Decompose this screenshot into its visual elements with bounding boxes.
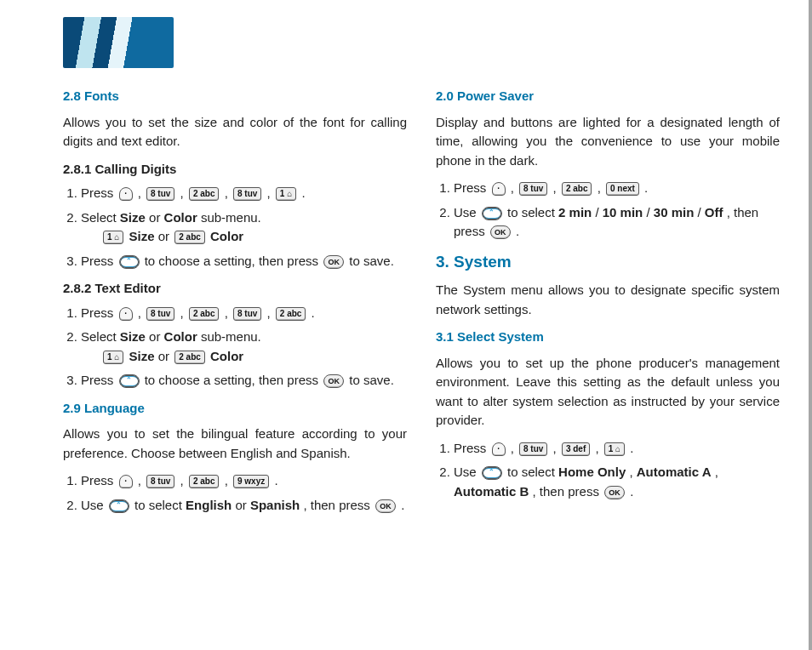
text: to select: [134, 498, 186, 512]
key-2: 2 abc: [174, 351, 205, 364]
key-8: 8 tuv: [146, 307, 174, 321]
menu-key-icon: [119, 307, 133, 321]
text: or: [149, 329, 164, 344]
text: .: [630, 441, 633, 455]
text-bold: English: [186, 498, 232, 512]
step: Press to choose a setting, then press OK…: [81, 371, 407, 391]
text-bold: Automatic B: [454, 484, 529, 499]
menu-key-icon: [492, 182, 506, 196]
text: ,: [180, 305, 187, 320]
key-9: 9 wxyz: [233, 475, 269, 488]
step: Press , 8 tuv , 2 abc , 9 wxyz .: [81, 471, 407, 491]
text: to select: [507, 205, 558, 220]
text: ,: [225, 185, 232, 200]
step: Select Size or Color sub-menu. 1 ⌂ Size …: [81, 328, 407, 366]
hero-image: [63, 17, 174, 68]
desc-2-8: Allows you to set the size and color of …: [63, 113, 407, 151]
text: , then press: [533, 484, 603, 499]
text: Use: [81, 498, 107, 512]
text-bold: Color: [164, 329, 197, 344]
key-1: 1 ⌂: [276, 187, 296, 201]
menu-key-icon: [119, 475, 133, 488]
nav-key-icon: [119, 255, 140, 269]
desc-3-1: Allows you to set up the phone producer'…: [436, 354, 780, 430]
text: ,: [511, 441, 518, 455]
text: ,: [225, 473, 232, 488]
right-column: 2.0 Power Saver Display and buttons are …: [436, 87, 780, 523]
text: /: [646, 205, 653, 220]
key-1: 1 ⌂: [103, 231, 123, 244]
text: ,: [180, 473, 187, 488]
text: Press: [81, 473, 117, 488]
text-bold: Size: [129, 349, 155, 363]
text: , then press: [303, 498, 374, 512]
list-2-8-2: Press , 8 tuv , 2 abc , 8 tuv , 2 abc . …: [63, 304, 407, 391]
text: .: [630, 484, 633, 499]
text: Use: [454, 465, 480, 479]
text-bold: Home Only: [558, 465, 626, 479]
text-bold: Spanish: [250, 498, 300, 512]
key-2: 2 abc: [189, 187, 220, 201]
heading-3: 3. System: [436, 250, 780, 275]
text: .: [301, 185, 305, 200]
list-2-8-1: Press , 8 tuv , 2 abc , 8 tuv , 1 ⌂ . Se…: [63, 184, 407, 271]
step: Select Size or Color sub-menu. 1 ⌂ Size …: [81, 208, 407, 247]
ok-key-icon: OK: [490, 225, 511, 239]
text-bold: Automatic A: [637, 465, 712, 479]
step: Press , 8 tuv , 2 abc , 0 next .: [454, 179, 780, 198]
text: .: [312, 305, 315, 320]
text: sub-menu.: [201, 329, 261, 344]
text: to choose a setting, then press: [145, 373, 322, 387]
key-2: 2 abc: [189, 307, 220, 321]
key-8: 8 tuv: [519, 442, 547, 456]
heading-3-1: 3.1 Select System: [436, 328, 780, 347]
nav-key-icon: [119, 374, 140, 388]
left-column: 2.8 Fonts Allows you to set the size and…: [63, 87, 407, 523]
text-bold: Size: [129, 229, 155, 243]
menu-key-icon: [119, 187, 133, 201]
text: or: [235, 498, 250, 512]
text: ,: [511, 180, 518, 195]
text: ,: [595, 441, 602, 455]
text-bold: Off: [705, 205, 723, 220]
text: ,: [598, 180, 604, 195]
text: or: [158, 229, 174, 243]
submenu-row: 1 ⌂ Size or 2 abc Color: [101, 227, 407, 247]
text: Press: [81, 185, 117, 200]
desc-2-9: Allows you to set the bilingual feature …: [63, 425, 407, 463]
menu-key-icon: [492, 442, 506, 456]
text: .: [644, 180, 648, 195]
text: Use: [454, 205, 480, 220]
text: Select: [81, 210, 120, 225]
text: or: [158, 349, 174, 363]
text: .: [516, 224, 519, 238]
text: ,: [715, 465, 718, 479]
text: or: [149, 210, 164, 225]
key-2: 2 abc: [189, 475, 220, 488]
text-bold: Color: [210, 229, 243, 243]
step: Use to select English or Spanish , then …: [81, 496, 407, 516]
text: ,: [553, 441, 560, 455]
text-bold: Color: [210, 349, 243, 363]
text: /: [698, 205, 705, 220]
step: Press to choose a setting, then press OK…: [81, 252, 407, 271]
list-3-1: Press , 8 tuv , 3 def , 1 ⌂ . Use to sel…: [436, 439, 780, 502]
text-bold: Size: [120, 210, 146, 225]
key-8: 8 tuv: [233, 187, 261, 201]
heading-2-9: 2.9 Language: [63, 399, 407, 419]
text: Press: [81, 305, 117, 320]
text: ,: [225, 305, 232, 320]
text: ,: [180, 185, 187, 200]
heading-2-8-2: 2.8.2 Text Editor: [63, 279, 407, 299]
text-bold: Size: [120, 329, 146, 344]
text-bold: 30 min: [654, 205, 695, 220]
text: ,: [138, 473, 145, 488]
desc-2-0: Display and buttons are lighted for a de…: [436, 113, 780, 171]
text: ,: [138, 185, 145, 200]
step: Press , 8 tuv , 2 abc , 8 tuv , 1 ⌂ .: [81, 184, 407, 203]
key-8: 8 tuv: [146, 475, 174, 488]
submenu-row: 1 ⌂ Size or 2 abc Color: [101, 347, 407, 367]
text: ,: [553, 180, 560, 195]
step: Press , 8 tuv , 2 abc , 8 tuv , 2 abc .: [81, 304, 407, 323]
text: to select: [507, 465, 558, 479]
